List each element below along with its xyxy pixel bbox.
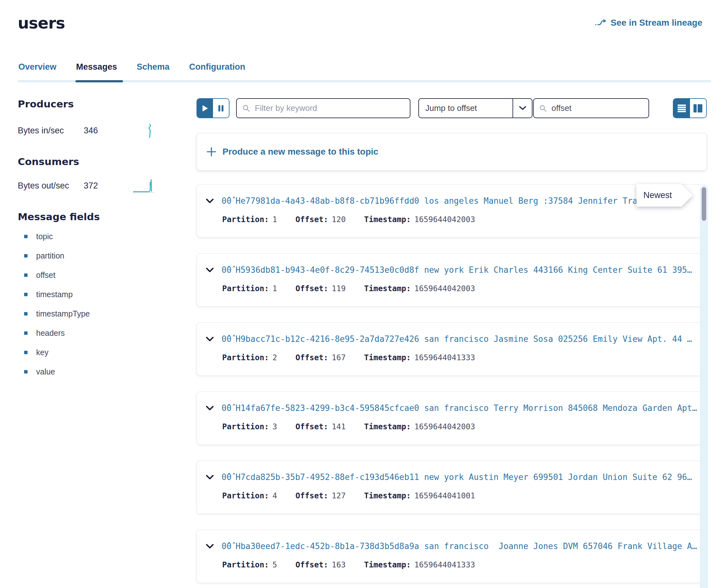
pause-icon: [218, 105, 224, 112]
message-key: Hba30eed7-1edc-452b-8b1a-738d3b5d8a9a sa…: [235, 542, 697, 551]
tab-bar: Overview Messages Schema Configuration: [0, 62, 722, 82]
field-bullet-icon: [24, 254, 27, 257]
play-pause-toggle: [197, 98, 229, 118]
message-meta-row: Partition:1 Offset:120 Timestamp:1659644…: [206, 215, 697, 224]
field-label: partition: [36, 251, 64, 260]
bytes-out-sparkline: [132, 177, 155, 194]
field-bullet-icon: [24, 312, 27, 316]
message-key-row: 0̂0̂ H5936db81-b943-4e0f-8c29-74513e0c0d…: [206, 265, 697, 275]
message-field-item[interactable]: timestamp: [18, 285, 197, 304]
list-view-icon: [677, 104, 686, 112]
bytes-in-label: Bytes in/sec: [18, 126, 84, 135]
play-button[interactable]: [197, 99, 213, 118]
message-card[interactable]: 0̂0̂ H5936db81-b943-4e0f-8c29-74513e0c0d…: [197, 253, 707, 307]
tab-overview[interactable]: Overview: [18, 62, 57, 80]
plus-icon: [206, 147, 216, 157]
message-key: He77981da-4a43-48ab-b8f8-cb71b96ffdd0 lo…: [235, 196, 657, 206]
message-card[interactable]: 0̂0̂ Hba30eed7-1edc-452b-8b1a-738d3b5d8a…: [197, 530, 707, 583]
sidebar: Producers Bytes in/sec 346 Consumers Byt…: [0, 82, 197, 583]
message-meta-row: Partition:2 Offset:167 Timestamp:1659644…: [206, 353, 697, 362]
partition-pair: Partition:5: [222, 560, 277, 569]
message-field-item[interactable]: headers: [18, 323, 197, 343]
message-fields-list: topic partition offset timestamp timesta…: [18, 227, 197, 381]
chevron-down-icon[interactable]: [206, 198, 214, 204]
partition-pair: Partition:2: [222, 353, 277, 362]
bytes-out-label: Bytes out/sec: [18, 181, 84, 191]
partition-pair: Partition:1: [222, 215, 277, 224]
message-key: H7cda825b-35b7-4952-88ef-c193d546eb11 ne…: [235, 472, 692, 482]
topic-page: users See in Stream lineage Overview Mes…: [0, 0, 722, 588]
messages-toolbar: Jump to offset: [197, 98, 707, 118]
timestamp-pair: Timestamp:1659644041333: [364, 560, 475, 569]
column-view-button[interactable]: [690, 99, 706, 118]
pause-button[interactable]: [213, 99, 229, 118]
tab-schema[interactable]: Schema: [136, 62, 170, 80]
message-card[interactable]: 0̂0̂ H7cda825b-35b7-4952-88ef-c193d546eb…: [197, 461, 707, 514]
produce-message-label: Produce a new message to this topic: [223, 147, 378, 157]
binary-glyphs: 0̂0̂: [222, 265, 231, 275]
select-chevron-segment[interactable]: [513, 99, 532, 118]
header: users See in Stream lineage: [0, 0, 722, 32]
message-field-item[interactable]: partition: [18, 246, 197, 266]
jump-to-offset-value: Jump to offset: [419, 103, 513, 113]
search-icon: [539, 104, 547, 112]
binary-glyphs: 0̂0̂: [222, 403, 231, 413]
field-label: topic: [36, 232, 53, 241]
partition-pair: Partition:1: [222, 284, 277, 293]
offset-pair: Offset:167: [295, 353, 346, 362]
binary-glyphs: 0̂0̂: [222, 334, 231, 344]
message-key-row: 0̂0̂ H7cda825b-35b7-4952-88ef-c193d546eb…: [206, 472, 697, 482]
field-label: timestampType: [36, 309, 90, 318]
message-fields-heading: Message fields: [18, 211, 197, 223]
tab-configuration[interactable]: Configuration: [189, 62, 246, 80]
offset-input-wrapper: [533, 98, 649, 118]
scrollbar-thumb[interactable]: [702, 187, 706, 221]
stream-lineage-link[interactable]: See in Stream lineage: [595, 18, 702, 28]
consumers-heading: Consumers: [18, 156, 197, 167]
chevron-down-icon[interactable]: [206, 544, 214, 549]
message-card[interactable]: 0̂0̂ H9bacc71c-b12c-4216-8e95-2a7da727e4…: [197, 322, 707, 376]
newest-tooltip-label: Newest: [643, 190, 672, 200]
message-key: H14fa67fe-5823-4299-b3c4-595845cfcae0 sa…: [235, 403, 697, 413]
message-card[interactable]: 0̂0̂ He77981da-4a43-48ab-b8f8-cb71b96ffd…: [197, 184, 707, 238]
message-field-item[interactable]: value: [18, 362, 197, 381]
binary-glyphs: 0̂0̂: [222, 196, 231, 206]
timestamp-pair: Timestamp:1659644041333: [364, 353, 475, 362]
field-bullet-icon: [24, 273, 27, 277]
view-mode-toggle: [673, 98, 707, 118]
message-field-item[interactable]: timestampType: [18, 304, 197, 323]
offset-pair: Offset:120: [295, 215, 346, 224]
chevron-down-icon[interactable]: [206, 405, 214, 411]
message-field-item[interactable]: offset: [18, 266, 197, 285]
stream-lineage-icon: [595, 19, 606, 27]
message-list: 0̂0̂ He77981da-4a43-48ab-b8f8-cb71b96ffd…: [197, 184, 707, 583]
chevron-down-icon[interactable]: [206, 267, 214, 273]
tab-messages[interactable]: Messages: [76, 62, 118, 80]
filter-input[interactable]: [255, 103, 404, 113]
messages-panel: Jump to offset: [197, 82, 722, 583]
message-card[interactable]: 0̂0̂ H14fa67fe-5823-4299-b3c4-595845cfca…: [197, 392, 707, 445]
field-bullet-icon: [24, 331, 27, 335]
scrollbar-track[interactable]: [700, 185, 708, 588]
offset-pair: Offset:141: [295, 422, 346, 431]
chevron-down-icon[interactable]: [206, 336, 214, 342]
offset-input[interactable]: [552, 103, 643, 113]
produce-message-button[interactable]: Produce a new message to this topic: [197, 133, 707, 170]
message-meta-row: Partition:3 Offset:141 Timestamp:1659644…: [206, 422, 697, 431]
binary-glyphs: 0̂0̂: [222, 542, 231, 551]
timestamp-pair: Timestamp:1659644042003: [364, 284, 475, 293]
timestamp-pair: Timestamp:1659644042003: [364, 215, 475, 224]
bytes-out-value: 372: [84, 181, 98, 191]
message-key: H9bacc71c-b12c-4216-8e95-2a7da727e426 sa…: [235, 334, 692, 344]
filter-input-wrapper: [236, 98, 410, 118]
field-label: offset: [36, 271, 56, 280]
list-view-button[interactable]: [674, 99, 690, 118]
jump-to-offset-select[interactable]: Jump to offset: [418, 98, 533, 118]
chevron-down-icon[interactable]: [206, 475, 214, 480]
newest-tooltip-body: Newest: [636, 184, 693, 207]
column-view-icon: [693, 104, 703, 113]
message-field-item[interactable]: topic: [18, 227, 197, 246]
field-label: value: [36, 367, 55, 376]
message-field-item[interactable]: key: [18, 343, 197, 362]
field-label: headers: [36, 329, 65, 338]
